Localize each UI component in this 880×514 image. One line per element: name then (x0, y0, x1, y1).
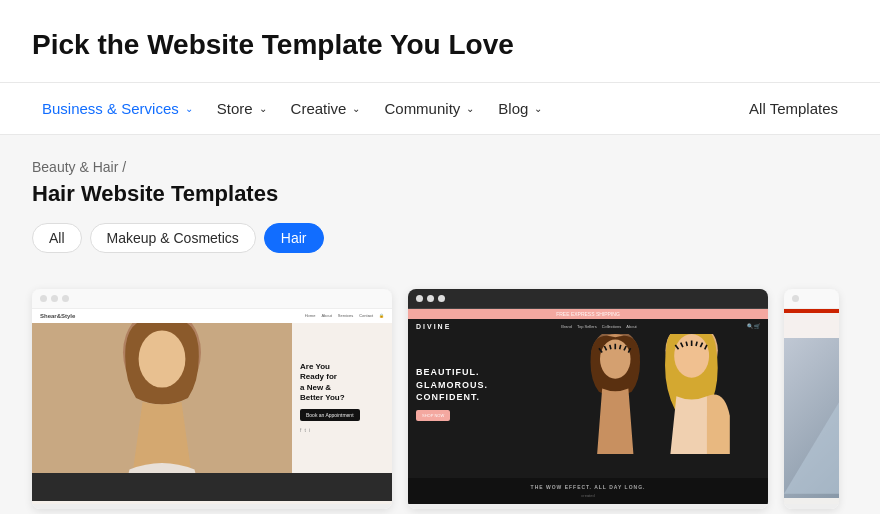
nav-item-community[interactable]: Community ⌄ (374, 92, 484, 125)
card2-headline: BEAUTIFUL.GLAMOROUS.CONFIDENT. (416, 366, 520, 404)
browser-dot-yellow (427, 295, 434, 302)
browser-dot-green (438, 295, 445, 302)
nav-item-store[interactable]: Store ⌄ (207, 92, 277, 125)
browser-bar (32, 289, 392, 309)
browser-dot-green (62, 295, 69, 302)
card1-headline: Are YouReady fora New &Better You? (300, 362, 384, 404)
section-title: Hair Website Templates (32, 181, 848, 207)
card2-hero: BEAUTIFUL.GLAMOROUS.CONFIDENT. SHOP NOW (408, 334, 768, 454)
chevron-down-icon: ⌄ (466, 103, 474, 114)
nav-item-blog[interactable]: Blog ⌄ (488, 92, 552, 125)
card1-nav: Shear&Style Home About Services Contact … (32, 309, 392, 323)
card2-nav: DIVINE Brand Top Sellers Collections Abo… (408, 319, 768, 334)
template-card-preview-partial (784, 289, 839, 509)
nav-items: Business & Services ⌄ Store ⌄ Creative ⌄… (32, 92, 739, 125)
templates-grid: Shear&Style Home About Services Contact … (0, 289, 880, 514)
browser-dot-red (40, 295, 47, 302)
browser-dot-red (416, 295, 423, 302)
template-card-shear-style[interactable]: Shear&Style Home About Services Contact … (32, 289, 392, 509)
template-card-partial[interactable] (784, 289, 839, 509)
template-card-divine[interactable]: FREE EXPRESS SHIPPING DIVINE Brand Top S… (408, 289, 768, 509)
browser-bar (784, 289, 839, 309)
browser-dot (792, 295, 799, 302)
card2-logo: DIVINE (416, 323, 451, 330)
card2-cta-button: SHOP NOW (416, 410, 450, 421)
card2-nav-icons: 🔍 🛒 (747, 323, 760, 329)
card2-footer: THE WOW EFFECT. ALL DAY LONG. created (408, 478, 768, 504)
card1-hero-image (32, 323, 292, 473)
section-header: Beauty & Hair / Hair Website Templates A… (0, 135, 880, 289)
chevron-down-icon: ⌄ (534, 103, 542, 114)
filter-bar: All Makeup & Cosmetics Hair (32, 223, 848, 253)
filter-all[interactable]: All (32, 223, 82, 253)
card3-content (784, 309, 839, 504)
content-area: Beauty & Hair / Hair Website Templates A… (0, 135, 880, 514)
all-templates-link[interactable]: All Templates (739, 92, 848, 125)
card1-nav-links: Home About Services Contact 🔒 (305, 313, 384, 318)
chevron-down-icon: ⌄ (259, 103, 267, 114)
template-card-preview: Shear&Style Home About Services Contact … (32, 289, 392, 509)
card1-body: Are YouReady fora New &Better You? Book … (32, 323, 392, 473)
filter-makeup-cosmetics[interactable]: Makeup & Cosmetics (90, 223, 256, 253)
nav-item-business-services[interactable]: Business & Services ⌄ (32, 92, 203, 125)
svg-rect-4 (528, 334, 768, 454)
chevron-down-icon: ⌄ (352, 103, 360, 114)
filter-hair[interactable]: Hair (264, 223, 324, 253)
nav-bar: Business & Services ⌄ Store ⌄ Creative ⌄… (0, 83, 880, 135)
svg-point-3 (139, 330, 186, 387)
svg-point-9 (674, 334, 709, 378)
page-header: Pick the Website Template You Love (0, 0, 880, 83)
browser-dot-yellow (51, 295, 58, 302)
browser-bar (408, 289, 768, 309)
card1-text: Are YouReady fora New &Better You? Book … (292, 323, 392, 473)
card1-social-links: f t i (300, 427, 384, 433)
template-card-preview: FREE EXPRESS SHIPPING DIVINE Brand Top S… (408, 289, 768, 509)
chevron-down-icon: ⌄ (185, 103, 193, 114)
card2-content: FREE EXPRESS SHIPPING DIVINE Brand Top S… (408, 309, 768, 504)
card2-text: BEAUTIFUL.GLAMOROUS.CONFIDENT. SHOP NOW (408, 334, 528, 454)
card2-model-image (528, 334, 768, 454)
card2-promo-bar: FREE EXPRESS SHIPPING (408, 309, 768, 319)
card2-nav-links: Brand Top Sellers Collections About (561, 324, 637, 329)
card1-content: Shear&Style Home About Services Contact … (32, 309, 392, 504)
page-title: Pick the Website Template You Love (32, 28, 848, 62)
card1-logo: Shear&Style (40, 313, 75, 319)
card3-image-area (784, 338, 839, 498)
card1-cta-button: Book an Appointment (300, 409, 360, 421)
card3-nav-area (784, 313, 839, 338)
nav-item-creative[interactable]: Creative ⌄ (281, 92, 371, 125)
breadcrumb: Beauty & Hair / (32, 159, 848, 175)
card1-footer (32, 473, 392, 501)
